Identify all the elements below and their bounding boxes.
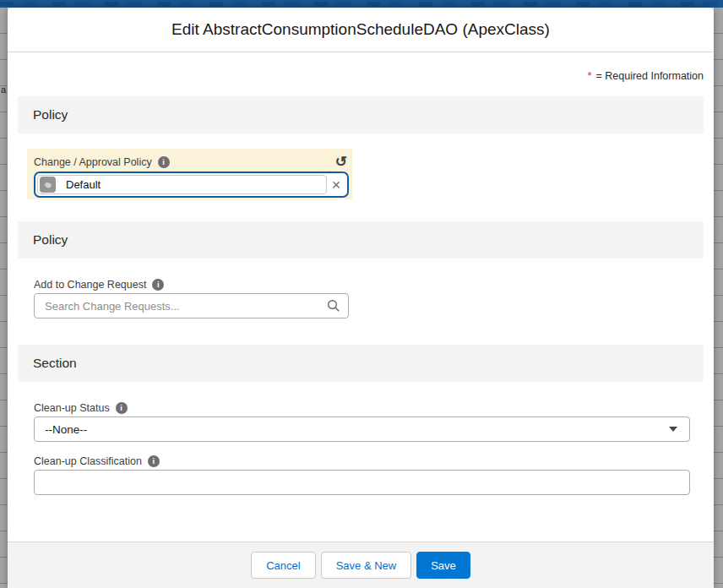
- cleanup-status-value: --None--: [45, 423, 87, 436]
- section-title: Policy: [33, 107, 68, 122]
- background-header-tabs: [0, 2, 723, 6]
- section-header-section: Section: [18, 345, 704, 382]
- undo-icon[interactable]: ↺: [334, 156, 349, 168]
- background-page-right-edge: [714, 8, 723, 588]
- cleanup-status-field: Clean-up Status i --None--: [34, 402, 690, 442]
- search-icon[interactable]: [327, 299, 340, 313]
- add-to-change-request-label: Add to Change Request i: [34, 279, 349, 291]
- cleanup-classification-field: Clean-up Classification i: [34, 455, 690, 495]
- modal-body: *= Required Information Policy Change / …: [8, 52, 714, 542]
- cleanup-classification-label: Clean-up Classification i: [34, 455, 690, 467]
- cleanup-status-select[interactable]: --None--: [34, 416, 690, 442]
- add-to-change-request-field: Add to Change Request i: [34, 279, 349, 318]
- lookup-pill-value: Default: [66, 178, 101, 191]
- cleanup-status-label: Clean-up Status i: [34, 402, 690, 414]
- change-approval-policy-field: Change / Approval Policy i ↺ Default ×: [27, 149, 352, 199]
- required-information-note: *= Required Information: [18, 69, 704, 83]
- change-request-search-input[interactable]: [34, 293, 349, 318]
- cleanup-classification-input[interactable]: [34, 470, 690, 495]
- lookup-pill[interactable]: Default: [37, 175, 327, 194]
- section-header-policy-2: Policy: [18, 221, 704, 259]
- save-and-new-button[interactable]: Save & New: [321, 552, 412, 579]
- close-icon[interactable]: ×: [327, 177, 345, 193]
- section-title: Policy: [33, 232, 68, 248]
- modal-header: Edit AbstractConsumptionScheduleDAO (Ape…: [8, 8, 714, 52]
- chevron-down-icon: [669, 427, 677, 432]
- change-approval-policy-lookup[interactable]: Default ×: [34, 172, 349, 198]
- info-icon[interactable]: i: [116, 402, 128, 414]
- modal-footer: Cancel Save & New Save: [8, 542, 714, 588]
- background-edge-text: a: [1, 85, 6, 95]
- required-text: = Required Information: [595, 70, 704, 82]
- edit-record-modal: Edit AbstractConsumptionScheduleDAO (Ape…: [8, 8, 714, 588]
- background-page-left-edge: a: [0, 8, 8, 588]
- required-asterisk: *: [587, 69, 591, 82]
- section-header-policy-1: Policy: [18, 96, 704, 133]
- info-icon[interactable]: i: [158, 156, 170, 168]
- save-button[interactable]: Save: [416, 552, 470, 579]
- section-title: Section: [33, 356, 77, 371]
- cancel-button[interactable]: Cancel: [251, 552, 315, 579]
- modal-title: Edit AbstractConsumptionScheduleDAO (Ape…: [171, 20, 550, 39]
- change-approval-policy-label: Change / Approval Policy: [34, 156, 152, 168]
- record-icon: [40, 177, 56, 193]
- info-icon[interactable]: i: [148, 455, 160, 467]
- info-icon[interactable]: i: [152, 279, 164, 291]
- background-app-header: [0, 0, 723, 8]
